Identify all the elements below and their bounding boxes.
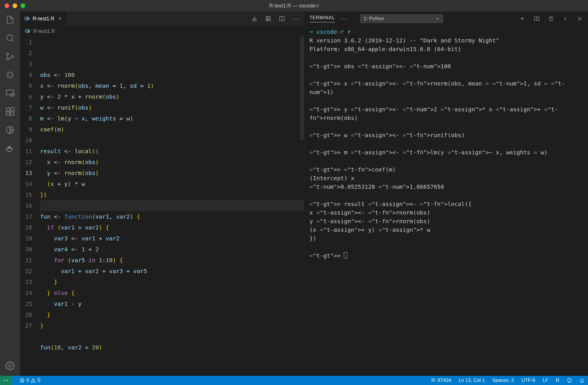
- extensions-icon[interactable]: [5, 107, 15, 116]
- window-controls: [5, 3, 25, 8]
- tab-label: R-test1.R: [33, 16, 54, 22]
- docker-icon[interactable]: [5, 143, 15, 153]
- svg-point-4: [8, 73, 13, 77]
- svg-rect-9: [10, 112, 13, 115]
- split-terminal-icon[interactable]: [534, 15, 540, 22]
- maximize-window-button[interactable]: [21, 3, 25, 8]
- split-editor-icon[interactable]: [279, 15, 285, 22]
- line-number-gutter: 1234567891011121314151617181920212223242…: [20, 37, 36, 376]
- svg-point-12: [9, 127, 11, 129]
- editor-group: R-test1.R ✕ ··· R-test1.R 12345678910111…: [20, 11, 304, 376]
- editor-tabs: R-test1.R ✕ ···: [20, 11, 304, 26]
- code-content[interactable]: obs <- 100x <- rnorm(obs, mean = 1, sd =…: [36, 37, 304, 376]
- notifications-icon[interactable]: [579, 378, 585, 383]
- svg-rect-20: [253, 20, 256, 21]
- svg-point-2: [7, 58, 9, 60]
- minimize-window-button[interactable]: [13, 3, 17, 8]
- svg-point-1: [7, 53, 9, 55]
- window-titlebar: R-test1.R — vscode-r: [0, 0, 588, 11]
- feedback-icon[interactable]: [567, 378, 572, 383]
- svg-rect-7: [6, 108, 9, 111]
- panel-header: TERMINAL ··· 1: Python: [304, 11, 588, 26]
- terminal-body[interactable]: ➜ vscode-r rR version 3.6.2 (2019-12-12)…: [304, 26, 588, 376]
- source-control-icon[interactable]: [5, 52, 15, 61]
- tab-r-test1[interactable]: R-test1.R ✕: [20, 11, 67, 26]
- breadcrumbs[interactable]: R-test1.R: [20, 26, 304, 37]
- eol-status[interactable]: LF: [543, 378, 548, 383]
- chevron-down-icon: [435, 16, 440, 21]
- r-data-icon[interactable]: [265, 15, 271, 22]
- more-actions-icon[interactable]: ···: [293, 15, 299, 22]
- run-source-icon[interactable]: [251, 15, 258, 22]
- activity-bar: [0, 11, 20, 376]
- svg-rect-5: [6, 90, 14, 95]
- svg-point-0: [7, 35, 13, 41]
- r-session-status[interactable]: R: 87434: [431, 378, 451, 383]
- panel-close-icon[interactable]: [577, 15, 583, 22]
- r-file-icon: [24, 16, 30, 22]
- svg-point-18: [9, 365, 11, 367]
- svg-rect-15: [8, 147, 9, 149]
- new-terminal-icon[interactable]: [519, 15, 526, 22]
- terminal-selector-label: 1: Python: [364, 16, 384, 22]
- panel-previous-icon[interactable]: [562, 15, 569, 22]
- indentation-status[interactable]: Spaces: 2: [492, 378, 514, 383]
- terminal-selector[interactable]: 1: Python: [360, 14, 443, 23]
- search-icon[interactable]: [5, 33, 15, 43]
- remote-indicator[interactable]: [0, 376, 12, 385]
- svg-rect-8: [6, 112, 9, 115]
- settings-gear-icon[interactable]: [5, 361, 15, 371]
- error-count: 0: [26, 378, 29, 383]
- panel-tab-terminal[interactable]: TERMINAL: [309, 15, 335, 22]
- status-bar: 0 0 R: 87434 Ln 13, Col 1 Spaces: 2 UTF-…: [0, 376, 588, 385]
- svg-rect-21: [266, 17, 271, 21]
- breadcrumb-file: R-test1.R: [33, 28, 55, 34]
- panel: TERMINAL ··· 1: Python ➜ vscode-r rR ver…: [304, 11, 588, 376]
- language-mode-status[interactable]: R: [556, 378, 559, 383]
- problems-status[interactable]: 0 0: [19, 378, 40, 383]
- minimap[interactable]: [300, 37, 304, 140]
- svg-point-14: [11, 129, 13, 131]
- warning-count: 0: [38, 378, 40, 383]
- kill-terminal-icon[interactable]: [548, 15, 554, 22]
- svg-point-13: [9, 131, 11, 133]
- svg-point-26: [567, 378, 571, 382]
- remote-explorer-icon[interactable]: [5, 88, 15, 98]
- git-graph-icon[interactable]: [5, 125, 15, 135]
- window-title: R-test1.R — vscode-r: [269, 3, 319, 9]
- r-file-icon: [25, 28, 30, 34]
- close-window-button[interactable]: [5, 3, 9, 8]
- svg-rect-10: [11, 108, 14, 111]
- debug-icon[interactable]: [5, 70, 15, 80]
- encoding-status[interactable]: UTF-8: [522, 378, 535, 383]
- svg-rect-17: [9, 146, 10, 147]
- svg-point-3: [11, 55, 13, 57]
- editor-actions: ···: [251, 11, 304, 26]
- code-editor[interactable]: 1234567891011121314151617181920212223242…: [20, 37, 304, 376]
- panel-more-icon[interactable]: ···: [341, 15, 348, 22]
- svg-rect-16: [9, 147, 10, 149]
- cursor-position-status[interactable]: Ln 13, Col 1: [458, 378, 485, 383]
- explorer-icon[interactable]: [5, 15, 15, 25]
- close-tab-icon[interactable]: ✕: [57, 15, 62, 22]
